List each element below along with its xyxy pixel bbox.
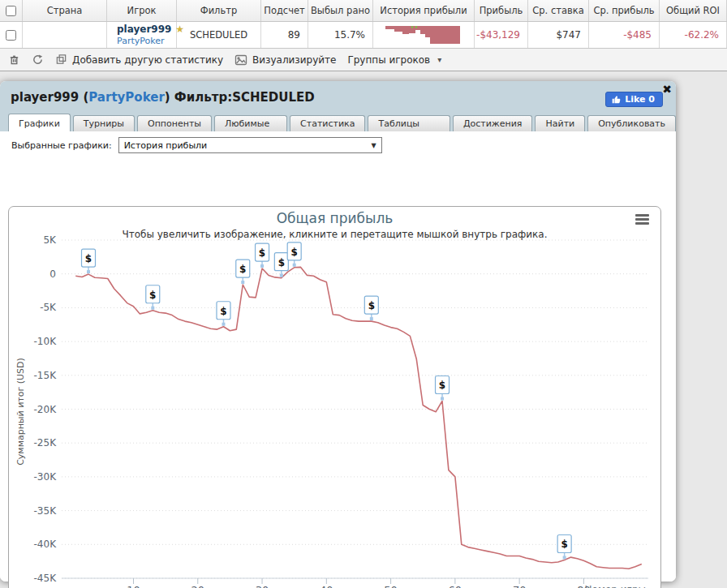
- y-tick-label: -45K: [34, 573, 58, 584]
- trash-icon: [8, 54, 20, 66]
- significant-win-symbol: $: [278, 257, 285, 268]
- stats-table-header-row: СтранаИгрокФильтрПодсчетВыбыл раноИстори…: [0, 0, 727, 22]
- significant-win-symbol: $: [439, 380, 445, 391]
- tab-найти[interactable]: Найти: [535, 115, 585, 131]
- y-tick-label: -10K: [34, 336, 58, 347]
- marker-anchor-dot: [563, 556, 566, 559]
- panel-title-filter: ) Фильтр:SCHEDULED: [165, 90, 315, 105]
- column-header-0[interactable]: Страна: [23, 0, 107, 21]
- graph-select-label: Выбранные графики:: [11, 140, 112, 151]
- tab-графики[interactable]: Графики: [8, 114, 71, 131]
- profit-sparkline-chart[interactable]: [384, 24, 463, 46]
- column-header-9[interactable]: Общий ROI: [660, 0, 727, 21]
- y-tick-label: 0: [49, 268, 56, 280]
- select-arrow-icon: ▼: [371, 142, 376, 149]
- marker-anchor-dot: [370, 317, 373, 320]
- profit-history-chart: Общая прибыль Чтобы увеличить изображени…: [8, 206, 661, 588]
- visualize-label: Визуализируйте: [252, 54, 336, 66]
- x-tick-label: 60: [449, 584, 462, 588]
- player-groups-dropdown[interactable]: Группы игроков ▾: [347, 54, 441, 66]
- x-axis-title: Номер игры: [585, 584, 646, 588]
- y-tick-label: -15K: [34, 370, 58, 381]
- row-checkbox-cell: [0, 22, 23, 48]
- column-header-4[interactable]: Выбыл рано: [308, 0, 373, 21]
- visualize-button[interactable]: Визуализируйте: [234, 54, 336, 66]
- x-tick-label: 10: [127, 584, 140, 588]
- marker-anchor-dot: [87, 270, 90, 273]
- add-statistic-button[interactable]: Добавить другую статистику: [55, 54, 223, 66]
- player-cell[interactable]: player999★ PartyPoker: [107, 22, 177, 48]
- close-icon[interactable]: ✖: [662, 83, 672, 96]
- avg-stake-cell: $747: [528, 22, 589, 48]
- profit-cell: -$43,129: [475, 22, 528, 48]
- marker-anchor-dot: [280, 274, 283, 277]
- x-tick-label: 40: [320, 584, 333, 588]
- like-count-label: Like 0: [625, 94, 655, 105]
- column-header-1[interactable]: Игрок: [107, 0, 177, 21]
- marker-anchor-dot: [241, 281, 244, 284]
- panel-header: player999 (PartyPoker) Фильтр:SCHEDULED …: [0, 81, 676, 131]
- tab-таблицы-лидеров[interactable]: Таблицы лидеров: [368, 115, 450, 131]
- refresh-button[interactable]: [32, 54, 44, 66]
- y-tick-label: -30K: [34, 471, 58, 483]
- panel-title-network[interactable]: PartyPoker: [88, 90, 165, 105]
- marker-anchor-dot: [151, 307, 154, 310]
- graph-select-value: История прибыли: [124, 140, 208, 151]
- significant-win-symbol: $: [149, 290, 156, 301]
- table-toolbar: Добавить другую статистику Визуализируйт…: [0, 49, 727, 71]
- x-tick-label: 50: [384, 584, 398, 588]
- tab-достижения[interactable]: Достижения: [453, 115, 533, 131]
- significant-win-symbol: $: [259, 247, 265, 259]
- delete-button[interactable]: [8, 54, 20, 66]
- marker-anchor-dot: [293, 264, 296, 267]
- early-bust-cell: 15.7%: [308, 22, 373, 48]
- filter-cell: SCHEDULED: [177, 22, 261, 48]
- chart-plot-area[interactable]: 5K0-5K-10K-15K-20K-25K-30K-35K-40K-45K10…: [9, 207, 660, 588]
- column-header-7[interactable]: Ср. ставка: [528, 0, 589, 21]
- tab-оппоненты[interactable]: Оппоненты: [137, 115, 212, 131]
- player-network-link[interactable]: PartyPoker: [117, 36, 164, 47]
- panel-tabs: ГрафикиТурнирыОппонентыЛюбимые игрыСтати…: [8, 115, 676, 131]
- tab-турниры[interactable]: Турниры: [73, 115, 135, 131]
- column-header-2[interactable]: Фильтр: [177, 0, 261, 21]
- count-cell: 89: [261, 22, 308, 48]
- player-name-link[interactable]: player999: [117, 24, 171, 35]
- marker-anchor-dot: [441, 397, 444, 400]
- country-cell: [23, 22, 107, 48]
- thumbs-up-icon: [612, 95, 621, 104]
- column-header-5[interactable]: История прибыли: [373, 0, 475, 21]
- y-tick-label: -25K: [34, 437, 58, 449]
- player-stats-table: СтранаИгрокФильтрПодсчетВыбыл раноИстори…: [0, 0, 727, 71]
- player-detail-panel: player999 (PartyPoker) Фильтр:SCHEDULED …: [0, 81, 676, 582]
- tab-статистика[interactable]: Статистика: [290, 115, 365, 131]
- y-tick-label: -5K: [40, 302, 57, 313]
- significant-win-symbol: $: [368, 300, 375, 311]
- profit-history-sparkline-cell[interactable]: [373, 22, 475, 48]
- player-groups-label: Группы игроков: [347, 54, 430, 66]
- graph-select[interactable]: История прибыли ▼: [118, 137, 382, 153]
- x-tick-label: 70: [513, 584, 527, 588]
- avg-profit-cell: -$485: [589, 22, 660, 48]
- total-roi-cell: -62.2%: [660, 22, 727, 48]
- marker-anchor-dot: [222, 323, 225, 326]
- column-header-3[interactable]: Подсчет: [261, 0, 308, 21]
- header-checkbox-cell: [0, 0, 23, 21]
- image-icon: [234, 54, 247, 66]
- column-header-6[interactable]: Прибыль: [475, 0, 528, 21]
- select-all-checkbox[interactable]: [6, 6, 16, 16]
- player-name-line: player999★: [117, 24, 184, 36]
- panel-title-player: player999 (: [11, 90, 88, 105]
- y-tick-label: 5K: [43, 234, 57, 246]
- y-tick-label: -20K: [34, 404, 58, 415]
- facebook-like-button[interactable]: Like 0: [605, 92, 663, 107]
- page: { "table": { "headers": ["Страна","Игрок…: [0, 0, 727, 588]
- tab-любимые-игры[interactable]: Любимые игры: [214, 115, 287, 131]
- row-checkbox[interactable]: [6, 30, 16, 41]
- chevron-down-icon: ▾: [437, 55, 441, 64]
- graph-select-row: Выбранные графики: История прибыли ▼: [11, 137, 382, 153]
- tab-опубликовать[interactable]: Опубликовать: [587, 115, 676, 131]
- panel-title: player999 (PartyPoker) Фильтр:SCHEDULED: [11, 90, 315, 105]
- player-stats-row[interactable]: player999★ PartyPoker SCHEDULED 89 15.7%…: [0, 22, 727, 49]
- column-header-8[interactable]: Ср. прибыль: [589, 0, 660, 21]
- significant-win-symbol: $: [85, 253, 92, 264]
